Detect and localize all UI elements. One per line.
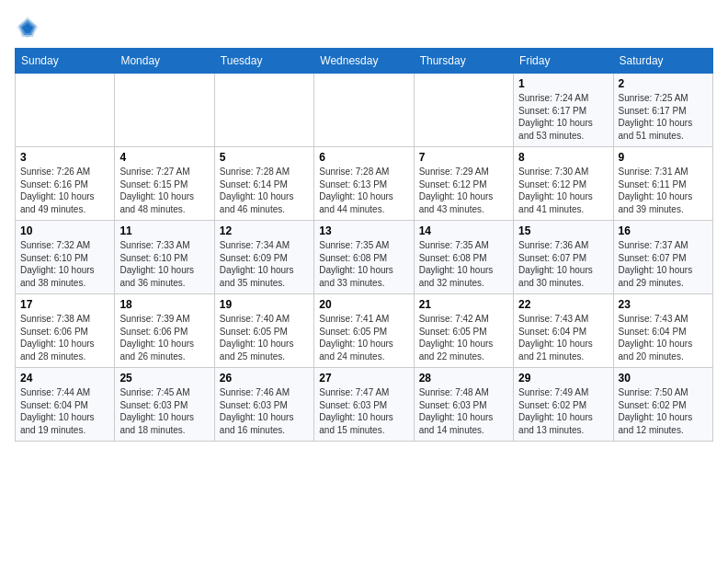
day-cell: 9Sunrise: 7:31 AMSunset: 6:11 PMDaylight…	[613, 147, 712, 221]
day-number: 10	[20, 224, 109, 237]
day-cell	[414, 74, 513, 147]
day-number: 24	[20, 372, 109, 385]
day-cell: 30Sunrise: 7:50 AMSunset: 6:02 PMDayligh…	[613, 368, 712, 442]
day-number: 23	[619, 298, 708, 311]
day-info: Sunrise: 7:31 AMSunset: 6:11 PMDaylight:…	[619, 166, 708, 215]
day-info: Sunrise: 7:30 AMSunset: 6:12 PMDaylight:…	[518, 166, 608, 215]
day-cell: 3Sunrise: 7:26 AMSunset: 6:16 PMDaylight…	[16, 147, 115, 221]
week-row-1: 1Sunrise: 7:24 AMSunset: 6:17 PMDaylight…	[16, 74, 713, 147]
day-info: Sunrise: 7:44 AMSunset: 6:04 PMDaylight:…	[20, 386, 109, 436]
day-info: Sunrise: 7:43 AMSunset: 6:04 PMDaylight:…	[619, 313, 708, 362]
day-info: Sunrise: 7:28 AMSunset: 6:14 PMDaylight:…	[220, 166, 309, 215]
day-cell: 16Sunrise: 7:37 AMSunset: 6:07 PMDayligh…	[613, 221, 712, 294]
day-cell: 11Sunrise: 7:33 AMSunset: 6:10 PMDayligh…	[115, 221, 214, 294]
day-cell: 22Sunrise: 7:43 AMSunset: 6:04 PMDayligh…	[514, 294, 613, 368]
weekday-header-sunday: Sunday	[16, 49, 115, 74]
day-number: 13	[319, 224, 408, 237]
calendar-table: SundayMondayTuesdayWednesdayThursdayFrid…	[15, 48, 713, 442]
week-row-5: 24Sunrise: 7:44 AMSunset: 6:04 PMDayligh…	[16, 368, 713, 442]
logo	[15, 15, 44, 40]
day-info: Sunrise: 7:38 AMSunset: 6:06 PMDaylight:…	[20, 313, 109, 362]
day-cell: 20Sunrise: 7:41 AMSunset: 6:05 PMDayligh…	[314, 294, 414, 368]
day-number: 21	[419, 298, 508, 311]
day-info: Sunrise: 7:26 AMSunset: 6:16 PMDaylight:…	[20, 166, 109, 215]
day-number: 7	[419, 151, 508, 164]
day-info: Sunrise: 7:27 AMSunset: 6:15 PMDaylight:…	[119, 166, 209, 215]
day-number: 26	[220, 372, 309, 385]
day-info: Sunrise: 7:32 AMSunset: 6:10 PMDaylight:…	[20, 239, 109, 289]
weekday-header-monday: Monday	[115, 49, 214, 74]
page-header	[15, 15, 713, 40]
day-number: 16	[619, 224, 708, 237]
day-cell: 25Sunrise: 7:45 AMSunset: 6:03 PMDayligh…	[115, 368, 214, 442]
day-cell: 28Sunrise: 7:48 AMSunset: 6:03 PMDayligh…	[414, 368, 513, 442]
day-cell: 27Sunrise: 7:47 AMSunset: 6:03 PMDayligh…	[314, 368, 414, 442]
day-number: 11	[119, 224, 209, 237]
day-number: 2	[619, 77, 708, 90]
day-number: 3	[20, 151, 109, 164]
day-cell: 14Sunrise: 7:35 AMSunset: 6:08 PMDayligh…	[414, 221, 513, 294]
day-cell: 13Sunrise: 7:35 AMSunset: 6:08 PMDayligh…	[314, 221, 414, 294]
day-cell: 5Sunrise: 7:28 AMSunset: 6:14 PMDaylight…	[214, 147, 313, 221]
weekday-row: SundayMondayTuesdayWednesdayThursdayFrid…	[16, 49, 713, 74]
day-cell	[115, 74, 214, 147]
day-cell: 4Sunrise: 7:27 AMSunset: 6:15 PMDaylight…	[115, 147, 214, 221]
day-info: Sunrise: 7:36 AMSunset: 6:07 PMDaylight:…	[518, 239, 608, 289]
day-cell: 26Sunrise: 7:46 AMSunset: 6:03 PMDayligh…	[214, 368, 313, 442]
day-number: 25	[119, 372, 209, 385]
day-info: Sunrise: 7:46 AMSunset: 6:03 PMDaylight:…	[220, 386, 309, 436]
day-info: Sunrise: 7:41 AMSunset: 6:05 PMDaylight:…	[319, 313, 408, 362]
logo-icon	[15, 15, 40, 40]
week-row-4: 17Sunrise: 7:38 AMSunset: 6:06 PMDayligh…	[16, 294, 713, 368]
weekday-header-wednesday: Wednesday	[314, 49, 414, 74]
day-number: 29	[518, 372, 608, 385]
day-number: 8	[518, 151, 608, 164]
day-info: Sunrise: 7:37 AMSunset: 6:07 PMDaylight:…	[619, 239, 708, 289]
day-number: 17	[20, 298, 109, 311]
day-info: Sunrise: 7:25 AMSunset: 6:17 PMDaylight:…	[619, 92, 708, 142]
day-number: 15	[518, 224, 608, 237]
week-row-2: 3Sunrise: 7:26 AMSunset: 6:16 PMDaylight…	[16, 147, 713, 221]
day-cell: 10Sunrise: 7:32 AMSunset: 6:10 PMDayligh…	[16, 221, 115, 294]
day-info: Sunrise: 7:45 AMSunset: 6:03 PMDaylight:…	[119, 386, 209, 436]
day-info: Sunrise: 7:48 AMSunset: 6:03 PMDaylight:…	[419, 386, 508, 436]
day-info: Sunrise: 7:24 AMSunset: 6:17 PMDaylight:…	[518, 92, 608, 142]
day-info: Sunrise: 7:49 AMSunset: 6:02 PMDaylight:…	[518, 386, 608, 436]
week-row-3: 10Sunrise: 7:32 AMSunset: 6:10 PMDayligh…	[16, 221, 713, 294]
day-number: 20	[319, 298, 408, 311]
day-cell: 23Sunrise: 7:43 AMSunset: 6:04 PMDayligh…	[613, 294, 712, 368]
day-number: 14	[419, 224, 508, 237]
day-number: 30	[619, 372, 708, 385]
weekday-header-thursday: Thursday	[414, 49, 513, 74]
day-number: 18	[119, 298, 209, 311]
day-info: Sunrise: 7:34 AMSunset: 6:09 PMDaylight:…	[220, 239, 309, 289]
day-info: Sunrise: 7:40 AMSunset: 6:05 PMDaylight:…	[220, 313, 309, 362]
day-cell: 18Sunrise: 7:39 AMSunset: 6:06 PMDayligh…	[115, 294, 214, 368]
day-cell: 6Sunrise: 7:28 AMSunset: 6:13 PMDaylight…	[314, 147, 414, 221]
day-cell: 8Sunrise: 7:30 AMSunset: 6:12 PMDaylight…	[514, 147, 613, 221]
day-number: 9	[619, 151, 708, 164]
day-number: 22	[518, 298, 608, 311]
day-number: 5	[220, 151, 309, 164]
day-number: 28	[419, 372, 508, 385]
day-cell: 12Sunrise: 7:34 AMSunset: 6:09 PMDayligh…	[214, 221, 313, 294]
day-cell: 2Sunrise: 7:25 AMSunset: 6:17 PMDaylight…	[613, 74, 712, 147]
day-cell	[314, 74, 414, 147]
day-info: Sunrise: 7:42 AMSunset: 6:05 PMDaylight:…	[419, 313, 508, 362]
day-cell: 29Sunrise: 7:49 AMSunset: 6:02 PMDayligh…	[514, 368, 613, 442]
day-info: Sunrise: 7:29 AMSunset: 6:12 PMDaylight:…	[419, 166, 508, 215]
day-number: 12	[220, 224, 309, 237]
day-cell: 1Sunrise: 7:24 AMSunset: 6:17 PMDaylight…	[514, 74, 613, 147]
day-number: 1	[518, 77, 608, 90]
day-info: Sunrise: 7:33 AMSunset: 6:10 PMDaylight:…	[119, 239, 209, 289]
day-info: Sunrise: 7:35 AMSunset: 6:08 PMDaylight:…	[419, 239, 508, 289]
calendar-header: SundayMondayTuesdayWednesdayThursdayFrid…	[16, 49, 713, 74]
day-number: 6	[319, 151, 408, 164]
day-cell: 24Sunrise: 7:44 AMSunset: 6:04 PMDayligh…	[16, 368, 115, 442]
day-cell: 15Sunrise: 7:36 AMSunset: 6:07 PMDayligh…	[514, 221, 613, 294]
day-cell: 7Sunrise: 7:29 AMSunset: 6:12 PMDaylight…	[414, 147, 513, 221]
weekday-header-friday: Friday	[514, 49, 613, 74]
weekday-header-saturday: Saturday	[613, 49, 712, 74]
day-cell: 17Sunrise: 7:38 AMSunset: 6:06 PMDayligh…	[16, 294, 115, 368]
weekday-header-tuesday: Tuesday	[214, 49, 313, 74]
